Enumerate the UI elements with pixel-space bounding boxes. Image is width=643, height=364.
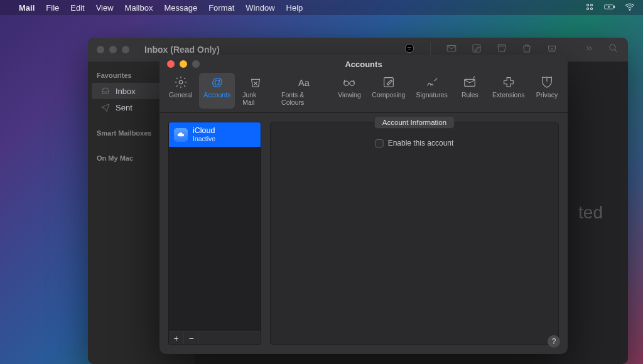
tab-rules[interactable]: Rules: [454, 73, 485, 109]
compose-icon[interactable]: [471, 43, 482, 56]
junk-toolbar-icon[interactable]: [546, 43, 558, 56]
privacy-icon: [540, 75, 554, 89]
account-item-icloud[interactable]: iCloud Inactive: [169, 122, 261, 147]
svg-rect-8: [447, 46, 456, 51]
search-icon[interactable]: [608, 43, 619, 56]
at-icon: @: [210, 75, 224, 89]
accounts-list-footer: + −: [169, 331, 261, 345]
account-info-segment[interactable]: Account Information: [374, 116, 455, 129]
account-name: iCloud: [193, 127, 215, 136]
trash-icon[interactable]: [521, 43, 532, 56]
wifi-icon[interactable]: [624, 1, 635, 14]
fonts-icon: Aa: [297, 75, 311, 89]
tab-extensions[interactable]: Extensions: [488, 73, 529, 109]
tab-fonts[interactable]: Aa Fonts & Colours: [276, 73, 331, 109]
accounts-list: iCloud Inactive + −: [168, 122, 261, 345]
extensions-icon: [502, 75, 516, 89]
menu-view[interactable]: View: [96, 3, 114, 13]
tab-general[interactable]: General: [165, 73, 197, 109]
rules-icon: [463, 75, 477, 89]
menu-message[interactable]: Message: [164, 3, 197, 13]
traffic-lights-inactive[interactable]: [97, 46, 129, 53]
tab-composing[interactable]: Composing: [368, 73, 409, 109]
menu-edit[interactable]: Edit: [70, 3, 84, 13]
svg-point-6: [629, 9, 630, 10]
svg-point-14: [344, 81, 349, 85]
pref-titlebar: Accounts: [159, 55, 568, 70]
filter-icon[interactable]: [404, 43, 415, 56]
envelope-icon[interactable]: [446, 43, 457, 56]
junk-icon: [249, 75, 262, 89]
svg-point-11: [179, 80, 183, 84]
svg-point-10: [610, 45, 615, 50]
tab-accounts[interactable]: @ Accounts: [199, 73, 235, 109]
account-detail-pane: Account Information Enable this account: [270, 122, 559, 345]
compose-icon: [382, 75, 396, 89]
menu-help[interactable]: Help: [286, 3, 303, 13]
battery-icon[interactable]: [604, 1, 615, 14]
toolbar-separator: [430, 43, 431, 56]
tab-viewing[interactable]: Viewing: [333, 73, 365, 109]
svg-point-3: [591, 8, 593, 9]
svg-point-1: [591, 4, 593, 6]
signature-icon: [425, 75, 439, 89]
inbox-icon: [100, 86, 111, 96]
svg-point-7: [405, 44, 414, 53]
enable-account-checkbox[interactable]: [376, 139, 384, 147]
add-account-button[interactable]: +: [169, 332, 184, 345]
archive-icon[interactable]: [496, 43, 507, 56]
sidebar-item-label: Sent: [116, 103, 132, 112]
gear-icon: [174, 75, 188, 89]
svg-point-0: [587, 4, 589, 6]
traffic-lights[interactable]: [167, 60, 200, 68]
svg-text:@: @: [211, 75, 223, 88]
pref-toolbar: General @ Accounts Junk Mail Aa Fonts & …: [159, 70, 568, 113]
preferences-window: Accounts General @ Accounts Junk Mail Aa…: [159, 55, 568, 354]
minimize-button[interactable]: [180, 60, 187, 68]
menu-window[interactable]: Window: [246, 3, 274, 13]
macos-menu-bar: Mail File Edit View Mailbox Message Form…: [0, 0, 643, 15]
glasses-icon: [342, 75, 356, 89]
svg-point-2: [587, 8, 589, 9]
tab-junk[interactable]: Junk Mail: [237, 73, 274, 109]
menu-file[interactable]: File: [46, 3, 59, 13]
menu-format[interactable]: Format: [208, 3, 234, 13]
remove-account-button[interactable]: −: [184, 332, 199, 345]
tab-signatures[interactable]: Signatures: [412, 73, 451, 109]
more-chevron-icon[interactable]: [583, 43, 594, 56]
sent-icon: [100, 102, 111, 112]
svg-rect-5: [613, 6, 614, 8]
menu-mailbox[interactable]: Mailbox: [125, 3, 153, 13]
help-button[interactable]: ?: [548, 335, 560, 348]
app-name[interactable]: Mail: [19, 3, 35, 13]
svg-text:Aa: Aa: [298, 78, 310, 88]
icloud-icon: [174, 128, 188, 142]
control-center-icon[interactable]: [584, 1, 595, 14]
sidebar-item-label: Inbox: [116, 87, 136, 96]
account-status: Inactive: [193, 136, 215, 143]
mail-window-title: Inbox (Read Only): [144, 45, 220, 55]
enable-account-label: Enable this account: [388, 139, 454, 147]
svg-point-15: [350, 81, 354, 85]
tab-privacy[interactable]: Privacy: [531, 73, 563, 109]
close-button[interactable]: [167, 60, 175, 68]
zoom-button[interactable]: [192, 60, 200, 68]
pref-title: Accounts: [159, 60, 568, 69]
empty-state-partial-text: ted: [578, 203, 603, 223]
